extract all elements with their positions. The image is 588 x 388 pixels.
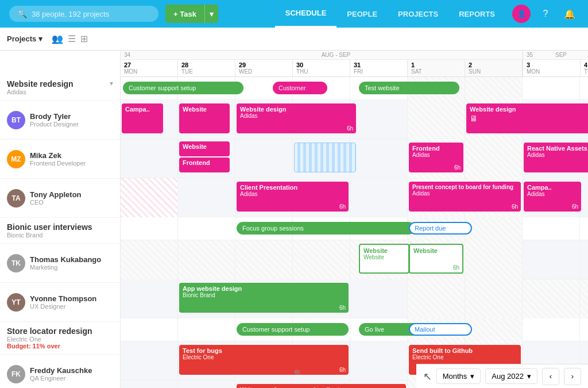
tab-schedule[interactable]: SCHEDULE — [275, 0, 337, 28]
projects-chevron-icon: ▾ — [38, 34, 42, 43]
person-name-mika: Mika Zek — [30, 151, 86, 160]
task-button-main[interactable]: + Task — [165, 5, 204, 23]
person-grid-tony: Client Presentation Adidas 6h Present co… — [121, 178, 588, 217]
person-role-freddy: QA Engineer — [30, 375, 92, 382]
calendar-grid: 34 AUG - SEP 27MON 28TUE 29WED 30THU 31F… — [121, 51, 588, 388]
avatar-brody: BT — [7, 111, 25, 129]
person-info-brody: Brody Tyler Product Designer — [30, 112, 79, 128]
help-icon[interactable]: ? — [536, 5, 555, 23]
person-name-tony: Tony Appleton — [30, 190, 82, 199]
person-info-thomas: Thomas Kukabango Marketing — [30, 255, 101, 271]
task-brody-1[interactable]: Campa.. — [122, 103, 163, 133]
task-yvonne-1[interactable]: App website design Bionic Brand 6h — [179, 283, 349, 313]
project-client-website: Adidas — [7, 89, 74, 95]
months-chevron-icon: ▾ — [470, 372, 474, 381]
task-mika-1[interactable]: Website — [179, 141, 230, 156]
date-dropdown[interactable]: Aug 2022 ▾ — [485, 368, 537, 384]
week-label-35: SEP — [555, 52, 588, 58]
task-tony-2[interactable]: Present concept to board for funding Adi… — [409, 182, 521, 212]
milestone-store-support[interactable]: Customer support setup — [237, 323, 349, 336]
task-gladys-1[interactable]: Write copy for pages and mailout Electri… — [237, 384, 406, 388]
person-row-thomas: TK Thomas Kukabango Marketing — [0, 244, 120, 283]
avatar-yvonne: YT — [7, 293, 25, 312]
calendar-header: 34 AUG - SEP 27MON 28TUE 29WED 30THU 31F… — [121, 51, 588, 77]
group-icon[interactable]: 👥 — [52, 33, 63, 44]
milestone-row-website: Customer support setup Customer Test web… — [121, 77, 588, 100]
person-info-mika: Mika Zek Frontend Developer — [30, 151, 86, 167]
milestone-store-mailout[interactable]: Mailout — [409, 323, 472, 336]
person-grid-yvonne: App website design Bionic Brand 6h — [121, 279, 588, 318]
task-brody-2[interactable]: Website — [179, 103, 230, 133]
main-area: Website redesign Adidas ▾ BT Brody Tyler… — [0, 51, 588, 388]
task-mika-4[interactable]: React Native Assets Adidas 6h — [524, 143, 588, 172]
day-31-fri: 31FRI — [350, 60, 408, 76]
project-chevron-website[interactable]: ▾ — [110, 79, 113, 87]
milestone-website-test[interactable]: Test website — [359, 82, 459, 94]
project-client-bionic: Bionic Brand — [7, 232, 113, 239]
tab-people[interactable]: PEOPLE — [336, 0, 388, 28]
project-name-bionic: Bionic user interviews — [7, 222, 113, 232]
task-tony-3[interactable]: Campa.. Adidas 6h — [524, 182, 581, 212]
avatar-tony: TA — [7, 189, 25, 208]
avatar-mika: MZ — [7, 150, 25, 168]
day-2-sun: 2SUN — [465, 60, 523, 76]
day-3-mon: 3MON — [523, 60, 581, 76]
person-grid-mika: Website Frontend Frontend Adidas 6h Reac… — [121, 139, 588, 178]
person-role-mika: Frontend Developer — [30, 160, 86, 167]
person-row-yvonne: YT Yvonne Thompson UX Designer — [0, 283, 120, 322]
task-brody-3[interactable]: Website design Adidas 6h — [237, 103, 356, 133]
task-tony-1[interactable]: Client Presentation Adidas 6h — [237, 182, 349, 212]
tab-reports[interactable]: REPORTS — [448, 0, 505, 28]
prev-button[interactable]: ‹ — [542, 368, 559, 385]
day-28-tue: 28TUE — [178, 60, 235, 76]
task-thomas-2[interactable]: Website 6h — [409, 244, 463, 274]
date-chevron-icon: ▾ — [527, 372, 531, 381]
milestone-website-customer[interactable]: Customer — [273, 82, 327, 94]
person-name-thomas: Thomas Kukabango — [30, 255, 101, 264]
project-client-store: Electric One — [7, 336, 113, 343]
projects-filter-button[interactable]: Projects ▾ — [7, 34, 42, 43]
search-input[interactable] — [32, 10, 146, 18]
day-1-sat: 1SAT — [408, 60, 465, 76]
person-role-tony: CEO — [30, 199, 82, 206]
task-thomas-1[interactable]: Website Website — [359, 244, 409, 274]
grid-icon[interactable]: ⊞ — [80, 33, 88, 44]
person-role-brody: Product Designer — [30, 121, 79, 128]
person-row-mika: MZ Mika Zek Frontend Developer — [0, 140, 120, 179]
milestone-bionic-focus[interactable]: Focus group sessions — [237, 222, 415, 235]
week-num-34: 34 — [124, 52, 153, 58]
person-grid-brody: Campa.. Website Website design Adidas 6h… — [121, 100, 588, 139]
left-panel: Website redesign Adidas ▾ BT Brody Tyler… — [0, 51, 121, 388]
user-avatar[interactable]: 👤 — [512, 5, 531, 23]
search-box[interactable]: 🔍 — [9, 6, 158, 22]
person-info-freddy: Freddy Kauschke QA Engineer — [30, 366, 92, 382]
person-row-freddy: FK Freddy Kauschke QA Engineer — [0, 355, 120, 388]
task-button-arrow[interactable]: ▾ — [204, 5, 218, 23]
months-label: Months — [443, 372, 467, 381]
project-header-store: Store locator redesign Electric One Budg… — [0, 322, 120, 355]
list-icon[interactable]: ☰ — [68, 33, 76, 44]
person-role-yvonne: UX Designer — [30, 303, 96, 310]
search-icon: 🔍 — [17, 9, 27, 18]
date-label: Aug 2022 — [492, 372, 524, 381]
person-info-yvonne: Yvonne Thompson UX Designer — [30, 294, 96, 310]
tab-projects[interactable]: PROJECTS — [388, 0, 448, 28]
nav-icons: 👤 ? 🔔 — [512, 5, 579, 23]
milestone-bionic-report[interactable]: Report due — [409, 222, 472, 235]
months-dropdown[interactable]: Months ▾ — [436, 368, 481, 384]
project-name-website: Website redesign — [7, 79, 74, 89]
task-mika-striped[interactable] — [294, 143, 356, 172]
task-freddy-1[interactable]: Test for bugs Electric One 6h — [179, 345, 349, 375]
task-mika-2[interactable]: Frontend — [179, 157, 230, 172]
task-mika-3[interactable]: Frontend Adidas 6h — [409, 143, 463, 172]
person-row-brody: BT Brody Tyler Product Designer — [0, 101, 120, 140]
bottom-bar: ↖ Months ▾ Aug 2022 ▾ ‹ › — [416, 364, 588, 388]
week-35: 35 SEP 3MON 4TUE 5WED 6THU 7FRI — [523, 51, 588, 76]
next-button[interactable]: › — [564, 368, 581, 385]
bell-icon[interactable]: 🔔 — [560, 5, 579, 23]
task-brody-4[interactable]: Website design 🖥 — [466, 103, 588, 133]
project-budget-store: Budget: 11% over — [7, 343, 113, 349]
avatar-freddy: FK — [7, 365, 25, 383]
milestone-website-support[interactable]: Customer support setup — [123, 82, 243, 94]
task-button[interactable]: + Task ▾ — [165, 5, 218, 23]
